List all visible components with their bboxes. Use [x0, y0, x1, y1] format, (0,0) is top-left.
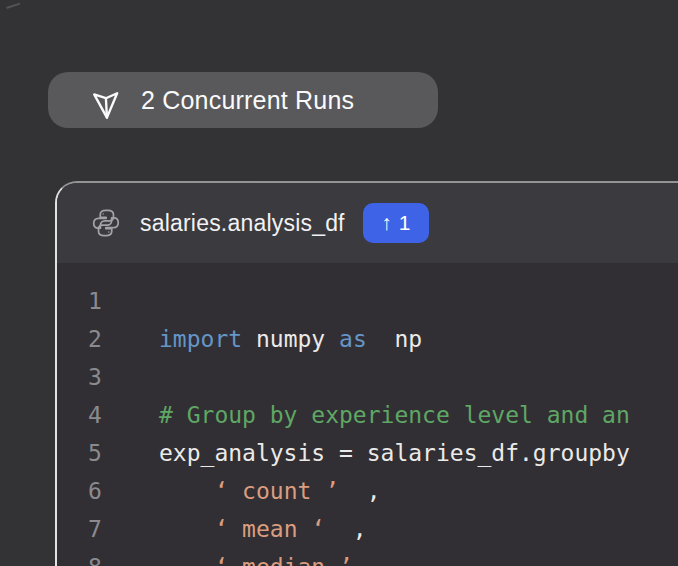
code-line: 1	[57, 282, 678, 320]
screen: 2 Concurrent Runs salaries.analysis_df ↑…	[0, 0, 678, 566]
version-badge[interactable]: ↑ 1	[363, 203, 429, 243]
code-text: ‘ median ’	[159, 548, 353, 566]
token-plain: exp_analysis = salaries_df.groupby	[159, 440, 630, 466]
line-number: 5	[57, 434, 159, 472]
code-cell-card: salaries.analysis_df ↑ 1 12import numpy …	[55, 181, 678, 566]
up-arrow-icon: ↑	[381, 211, 392, 235]
code-lines: 12import numpy as np34# Group by experie…	[57, 282, 678, 566]
token-plain: numpy	[242, 326, 339, 352]
token-plain	[159, 516, 214, 542]
version-count: 1	[399, 211, 411, 235]
token-keyword: as	[339, 326, 367, 352]
token-plain	[159, 478, 214, 504]
token-string: ‘ median ’	[214, 554, 352, 566]
token-string: ‘ count ’	[214, 478, 339, 504]
code-cell-header: salaries.analysis_df ↑ 1	[57, 183, 678, 263]
code-text: import numpy as np	[159, 320, 422, 358]
token-plain: np	[367, 326, 422, 352]
code-text: ‘ mean ‘ ,	[159, 510, 367, 548]
token-plain: ,	[339, 478, 381, 504]
concurrent-runs-label: 2 Concurrent Runs	[141, 86, 354, 115]
code-text: # Group by experience level and an	[159, 396, 630, 434]
cell-title: salaries.analysis_df	[140, 210, 345, 237]
token-plain: ,	[325, 516, 367, 542]
code-line: 2import numpy as np	[57, 320, 678, 358]
line-number: 7	[57, 510, 159, 548]
line-number: 2	[57, 320, 159, 358]
line-number: 8	[57, 548, 159, 566]
clipped-artifact	[4, 0, 20, 9]
token-comment: # Group by experience level and an	[159, 402, 630, 428]
code-text: exp_analysis = salaries_df.groupby	[159, 434, 630, 472]
code-line: 8 ‘ median ’	[57, 548, 678, 566]
line-number: 3	[57, 358, 159, 396]
token-string: ‘ mean ‘	[214, 516, 325, 542]
python-icon	[90, 207, 122, 239]
code-text: ‘ count ’ ,	[159, 472, 381, 510]
code-editor: 12import numpy as np34# Group by experie…	[57, 263, 678, 566]
code-line: 5exp_analysis = salaries_df.groupby	[57, 434, 678, 472]
code-line: 6 ‘ count ’ ,	[57, 472, 678, 510]
token-plain	[159, 554, 214, 566]
line-number: 4	[57, 396, 159, 434]
line-number: 1	[57, 282, 159, 320]
code-line: 4# Group by experience level and an	[57, 396, 678, 434]
line-number: 6	[57, 472, 159, 510]
token-keyword: import	[159, 326, 242, 352]
code-line: 3	[57, 358, 678, 396]
send-icon	[90, 84, 122, 116]
concurrent-runs-button[interactable]: 2 Concurrent Runs	[48, 72, 438, 128]
code-line: 7 ‘ mean ‘ ,	[57, 510, 678, 548]
